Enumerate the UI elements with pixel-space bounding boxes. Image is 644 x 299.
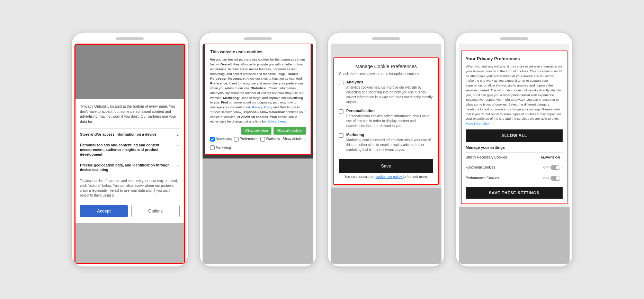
necessary-label: Necessary xyxy=(216,137,232,142)
phone-3-top xyxy=(331,44,441,54)
manage-pref-subtitle: Check the boxes below to opt-in for opti… xyxy=(339,72,433,76)
marketing-pref-desc: Marketing cookies collect information ab… xyxy=(346,138,433,152)
functional-cookies-right: OFF › xyxy=(543,165,563,170)
phone-1-background: "Privacy Options", located at the bottom… xyxy=(74,44,185,223)
personalisation-label: Personalisation xyxy=(346,109,433,113)
show-details-chevron: ⌄ xyxy=(303,137,306,142)
functional-toggle-knob xyxy=(556,165,560,170)
always-on-badge: ALWAYS ON xyxy=(541,155,560,159)
preferences-checkbox[interactable] xyxy=(234,137,239,142)
checkbox-row: Necessary Preferences Statistics Show de… xyxy=(210,137,306,150)
performance-cookies-label: Performance Cookies xyxy=(466,176,499,180)
phone-4-top xyxy=(459,44,570,48)
performance-cookies-row[interactable]: Performance Cookies OFF › xyxy=(466,173,563,183)
phone-4: Your Privacy Preferences When you visit … xyxy=(455,32,573,267)
marketing-content: Marketing Marketing cookies collect info… xyxy=(346,133,433,152)
cookie-policy-link[interactable]: cookie use policy xyxy=(376,175,403,179)
more-info-link[interactable]: More information xyxy=(466,121,490,125)
phone-3-background: Manage Cookie Preferences Check the boxe… xyxy=(331,44,441,188)
performance-chevron: › xyxy=(562,176,563,180)
phone-3: Manage Cookie Preferences Check the boxe… xyxy=(327,32,445,267)
performance-toggle-knob xyxy=(556,176,560,180)
analytics-label: Analytics xyxy=(346,80,433,84)
performance-cookies-right: OFF › xyxy=(543,176,563,181)
personalisation-checkbox[interactable] xyxy=(339,109,343,114)
strictly-necessary-chevron: › xyxy=(562,155,563,159)
cookie-item-3[interactable]: Precise geolocation data, and identifica… xyxy=(80,160,180,175)
phone-2-background: This website uses cookies We and our tru… xyxy=(203,44,313,158)
phone-4-background: Your Privacy Preferences When you visit … xyxy=(459,44,570,207)
allow-all-button[interactable]: ALLOW ALL xyxy=(466,129,563,142)
cookie-btn-row: Allow selection Allow all cookies xyxy=(210,127,306,135)
phone-3-screen: Manage Cookie Preferences Check the boxe… xyxy=(331,44,441,264)
button-row: Accept Options xyxy=(80,205,180,217)
save-pref-button[interactable]: Save xyxy=(339,159,433,173)
performance-toggle-track[interactable] xyxy=(551,176,560,181)
statistics-checkbox[interactable] xyxy=(260,137,265,142)
show-details[interactable]: Show details ⌄ xyxy=(283,137,306,142)
show-details-label: Show details xyxy=(283,137,302,142)
performance-off-label: OFF xyxy=(543,176,549,180)
allow-all-cookies-button[interactable]: Allow all cookies xyxy=(274,127,306,135)
strictly-necessary-right: ALWAYS ON › xyxy=(541,155,563,159)
consult-text-after: to find out more. xyxy=(403,175,428,179)
cookie-item-2[interactable]: Personalised ads and content, ad and con… xyxy=(80,140,180,160)
phone-1-screen: "Privacy Options", located at the bottom… xyxy=(74,44,185,264)
pref-personalisation: Personalisation Personalisation cookies … xyxy=(339,109,433,128)
phone-2-screen: This website uses cookies We and our tru… xyxy=(203,44,313,264)
marketing-label: Marketing xyxy=(216,145,231,151)
checkbox-marketing[interactable]: Marketing xyxy=(210,145,231,151)
allow-selection-button[interactable]: Allow selection xyxy=(241,127,271,135)
functional-toggle[interactable]: OFF xyxy=(543,165,560,170)
partners-text: To view our list of partners and see how… xyxy=(80,179,180,198)
phone-4-screen: Your Privacy Preferences When you visit … xyxy=(459,44,570,264)
uses-cookies-title: This website uses cookies xyxy=(210,49,306,55)
uses-cookies-box: This website uses cookies We and our tru… xyxy=(205,44,311,155)
phone-1-cookie-card: "Privacy Options", located at the bottom… xyxy=(74,99,185,223)
chevron-icon-1: ⌄ xyxy=(176,132,180,137)
cookie-item-2-label: Personalised ads and content, ad and con… xyxy=(80,143,177,157)
phone-1-top-gray xyxy=(74,44,185,99)
strictly-necessary-label: Strictly Necessary Cookies xyxy=(466,155,507,159)
privacy-pref-desc: When you visit any website, it may store… xyxy=(466,64,563,126)
statistics-label: Statistics xyxy=(266,137,280,142)
functional-chevron: › xyxy=(562,165,563,169)
manage-pref-title: Manage Cookie Preferences xyxy=(339,64,433,69)
analytics-content: Analytics Analytics cookies help us impr… xyxy=(346,80,433,105)
options-button[interactable]: Options xyxy=(131,205,180,217)
cookie-item-3-label: Precise geolocation data, and identifica… xyxy=(80,163,177,172)
cookie-item-1-label: Store and/or access information on a dev… xyxy=(80,132,156,136)
analytics-desc: Analytics cookies help us improve our we… xyxy=(346,85,433,105)
checkbox-necessary[interactable]: Necessary xyxy=(210,137,232,142)
chevron-icon-2: ⌄ xyxy=(177,143,180,147)
marketing-pref-label: Marketing xyxy=(346,133,433,137)
cookie-item-1[interactable]: Store and/or access information on a dev… xyxy=(80,128,180,140)
consult-text: You can consult our cookie use policy to… xyxy=(339,175,433,179)
save-settings-button[interactable]: SAVE THESE SETTINGS xyxy=(466,187,563,199)
personalisation-desc: Personalisation cookies collect informat… xyxy=(346,114,433,128)
consult-text-before: You can consult our xyxy=(344,175,374,179)
privacy-pref-box: Your Privacy Preferences When you visit … xyxy=(461,51,567,204)
pref-analytics: Analytics Analytics cookies help us impr… xyxy=(339,80,433,105)
phone-2: This website uses cookies We and our tru… xyxy=(199,32,317,267)
necessary-checkbox[interactable] xyxy=(210,137,215,142)
analytics-checkbox[interactable] xyxy=(339,81,343,85)
marketing-checkbox[interactable] xyxy=(210,145,215,150)
checkbox-preferences[interactable]: Preferences xyxy=(234,137,258,142)
privacy-pref-title: Your Privacy Preferences xyxy=(466,56,563,61)
performance-toggle[interactable]: OFF xyxy=(543,176,560,181)
phone-1: "Privacy Options", located at the bottom… xyxy=(71,32,189,267)
uses-cookies-body: We and our trusted partners use cookies … xyxy=(210,57,306,124)
chevron-icon-3: ⌄ xyxy=(177,163,180,167)
manage-pref-box: Manage Cookie Preferences Check the boxe… xyxy=(333,57,439,185)
checkbox-statistics[interactable]: Statistics xyxy=(260,137,280,142)
marketing-pref-checkbox[interactable] xyxy=(339,133,343,138)
preferences-label: Preferences xyxy=(240,137,258,142)
functional-cookies-row[interactable]: Functional Cookies OFF › xyxy=(466,162,563,173)
personalisation-content: Personalisation Personalisation cookies … xyxy=(346,109,433,128)
functional-toggle-track[interactable] xyxy=(551,165,560,170)
manage-settings-title: Manage your settings xyxy=(466,145,563,150)
strictly-necessary-row[interactable]: Strictly Necessary Cookies ALWAYS ON › xyxy=(466,152,563,162)
intro-text: "Privacy Options", located at the bottom… xyxy=(80,104,180,124)
accept-button[interactable]: Accept xyxy=(80,205,128,217)
